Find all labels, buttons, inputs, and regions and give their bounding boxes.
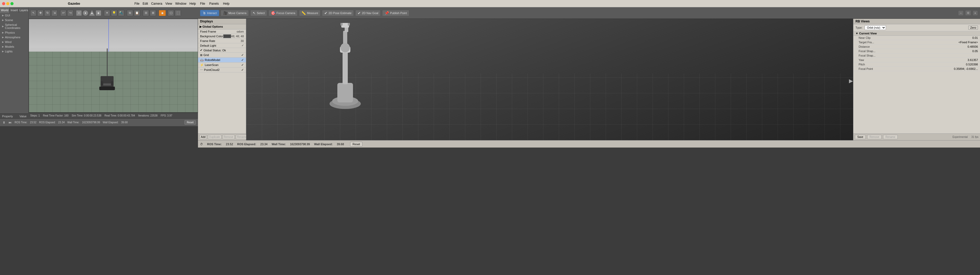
rviz-zero-button[interactable]: Zero xyxy=(968,26,978,30)
rviz-yaw-row: Yaw 3.61357 xyxy=(853,58,980,62)
tb-redo-btn[interactable]: ↪ xyxy=(67,10,73,16)
rviz-select-btn[interactable]: ↖ Select xyxy=(250,10,267,16)
tb-scale-btn[interactable]: ⇲ xyxy=(51,10,57,16)
rviz-viewport[interactable] xyxy=(246,19,853,140)
rviz-publish-point-btn[interactable]: 📌 Publish Point xyxy=(382,10,409,16)
tb-sphere-btn[interactable]: ● xyxy=(83,10,88,16)
gazebo-menu-view[interactable]: View xyxy=(165,2,172,5)
tab-insert[interactable]: Insert xyxy=(10,7,19,13)
rviz-zoom-reset-btn[interactable]: ⊙ xyxy=(965,10,971,16)
gz-step-btn[interactable]: ⏭ xyxy=(8,121,12,124)
rviz-time-icon: ⏱ xyxy=(200,142,203,146)
close-icon[interactable] xyxy=(2,2,5,5)
measure-icon: 📏 xyxy=(301,11,306,15)
tab-layers[interactable]: Layers xyxy=(19,7,29,13)
rviz-robot-model-row[interactable]: 🤖 RobotModel ✓ xyxy=(198,58,246,62)
rviz-views-panel: RB Views Type: Orbit (rviz) Zero ▼ Curre… xyxy=(853,19,980,133)
maximize-icon[interactable] xyxy=(10,2,14,5)
remove-view-button[interactable]: Remove xyxy=(867,135,881,139)
rviz-reset-time-button[interactable]: Reset xyxy=(350,142,362,147)
world-item-scene[interactable]: ▶ Scene xyxy=(0,18,29,22)
tb-directional-light-btn[interactable]: ☀ xyxy=(104,10,110,16)
world-item-spherical[interactable]: ▶ Spherical Coordinates xyxy=(0,22,29,30)
world-item-atmosphere[interactable]: ▶ Atmosphere xyxy=(0,35,29,40)
rviz-measure-btn[interactable]: 📏 Measure xyxy=(299,10,320,16)
gazebo-win-buttons[interactable] xyxy=(2,2,14,5)
tb-undo-btn[interactable]: ↩ xyxy=(60,10,67,16)
rviz-global-status-row[interactable]: ✔ Global Status: Ok xyxy=(198,48,246,53)
tb-snap-btn[interactable]: ⊞ xyxy=(150,10,156,16)
tb-point-light-btn[interactable]: 💡 xyxy=(111,10,117,16)
rviz-nav-goal-btn[interactable]: ✔ 2D Nav Goal xyxy=(355,10,380,16)
rviz-menu-panels[interactable]: Panels xyxy=(209,2,219,5)
world-item-wind[interactable]: ▶ Wind xyxy=(0,40,29,44)
real-time-label: Real Time: 0:00:00:43.784 xyxy=(105,114,135,117)
rviz-global-options-section[interactable]: ▶ Global Options xyxy=(198,24,246,29)
tb-translate-btn[interactable]: ✥ xyxy=(37,10,43,16)
rviz-point-cloud-row[interactable]: ⋯ PointCloud2 ✓ xyxy=(198,67,246,72)
rviz-menu-file[interactable]: File xyxy=(200,2,205,5)
tb-align-btn[interactable]: ⊟ xyxy=(143,10,149,16)
tb-box-btn[interactable]: ▪ xyxy=(76,10,82,16)
background-color-swatch[interactable] xyxy=(223,34,231,38)
fps-display: 31 fps xyxy=(971,136,978,138)
steps-label: Steps: 1 xyxy=(30,114,40,117)
rviz-pose-estimate-btn[interactable]: ✔ 2D Pose Estimate xyxy=(322,10,354,16)
rviz-toolbar: 🖱 Interact 🎥 Move Camera ↖ Select 🎯 Focu… xyxy=(198,7,980,19)
tb-spot-light-btn[interactable]: 🔦 xyxy=(118,10,124,16)
tab-world[interactable]: World xyxy=(0,7,10,13)
gazebo-toolbar: ↖ ✥ ↻ ⇲ ↩ ↪ ▪ ● ▲ ◈ ☀ 💡 🔦 ⧉ 📋 ⊟ ⊞ ⏺ 🖵 ⛶ xyxy=(29,7,198,19)
robot-wheels xyxy=(99,86,115,90)
gazebo-menu-edit[interactable]: Edit xyxy=(143,2,148,5)
rviz-near-clip-row: Near Clip 0.01 xyxy=(853,36,980,40)
rviz-zoom-out-btn[interactable]: − xyxy=(958,10,963,16)
gazebo-menu-file[interactable]: File xyxy=(134,2,139,5)
gazebo-menu-window[interactable]: Window xyxy=(175,2,186,5)
robot-model-icon: 🤖 xyxy=(200,58,204,62)
gz-play-pause-btn[interactable]: ⏸ xyxy=(2,121,6,124)
svg-rect-13 xyxy=(340,23,342,26)
tb-select-btn[interactable]: ↖ xyxy=(30,10,37,16)
tb-fullscreen-btn[interactable]: ⛶ xyxy=(175,10,181,16)
tb-mesh-btn[interactable]: ◈ xyxy=(95,10,101,16)
rviz-menu-help[interactable]: Help xyxy=(223,2,229,5)
gz-reset-button[interactable]: Reset xyxy=(185,120,196,125)
tb-screenshot-btn[interactable]: 🖵 xyxy=(168,10,174,16)
rviz-robot-arm xyxy=(319,23,371,114)
rviz-panel-right-arrow[interactable]: ▶ xyxy=(848,73,853,89)
rviz-view-type-select[interactable]: Orbit (rviz) xyxy=(865,25,886,30)
add-display-button[interactable]: Add xyxy=(200,135,207,139)
gz-wall-elapsed-value: 39.68 xyxy=(121,121,128,124)
gazebo-menu-help[interactable]: Help xyxy=(189,2,196,5)
save-view-button[interactable]: Save xyxy=(855,135,865,139)
rviz-zoom-in-btn[interactable]: + xyxy=(973,10,978,16)
gazebo-app-title: Gazebo xyxy=(14,2,134,5)
rviz-current-view-section[interactable]: ▼ Current View xyxy=(853,31,980,36)
rviz-timebar: ⏱ ROS Time: 23.52 ROS Elapsed: 23.34 Wal… xyxy=(198,140,980,147)
gazebo-statusbar: Steps: 1 Real Time Factor: 160 Sim Time:… xyxy=(29,113,198,118)
gz-ros-time-value: 23.52 xyxy=(30,121,37,124)
rviz-grid-row[interactable]: ⊞ Grid ✓ xyxy=(198,53,246,58)
tb-rotate-btn[interactable]: ↻ xyxy=(44,10,51,16)
rviz-focal-shape1-row: Focal Shap... 0.05 xyxy=(853,49,980,53)
world-item-physics[interactable]: ▶ Physics xyxy=(0,30,29,35)
tb-copy-btn[interactable]: ⧉ xyxy=(127,10,133,16)
duplicate-display-button[interactable]: Duplicate xyxy=(208,135,221,139)
tb-cylinder-btn[interactable]: ▲ xyxy=(89,10,95,16)
rviz-focus-camera-btn[interactable]: 🎯 Focus Camera xyxy=(269,10,298,16)
world-item-models[interactable]: ▶ Models xyxy=(0,44,29,49)
minimize-icon[interactable] xyxy=(6,2,10,5)
rviz-interact-btn[interactable]: 🖱 Interact xyxy=(200,10,219,16)
world-item-lights[interactable]: ▶ Lights xyxy=(0,49,29,54)
rviz-displays-header: Displays xyxy=(198,19,246,24)
gazebo-menu-camera[interactable]: Camera xyxy=(151,2,162,5)
svg-rect-3 xyxy=(111,82,114,85)
tb-paste-btn[interactable]: 📋 xyxy=(134,10,140,16)
world-item-gui[interactable]: ▶ GUI xyxy=(0,13,29,18)
rviz-move-camera-btn[interactable]: 🎥 Move Camera xyxy=(221,10,249,16)
tb-record-btn[interactable]: ⏺ xyxy=(159,10,166,16)
remove-display-button[interactable]: Remove xyxy=(223,135,235,139)
rviz-focal-point-row: Focal Point 0.35894; -0.6902... xyxy=(853,67,980,71)
rename-view-button[interactable]: Rename xyxy=(883,135,898,139)
rviz-laser-scan-row[interactable]: ⚡ LaserScan ✓ xyxy=(198,62,246,67)
